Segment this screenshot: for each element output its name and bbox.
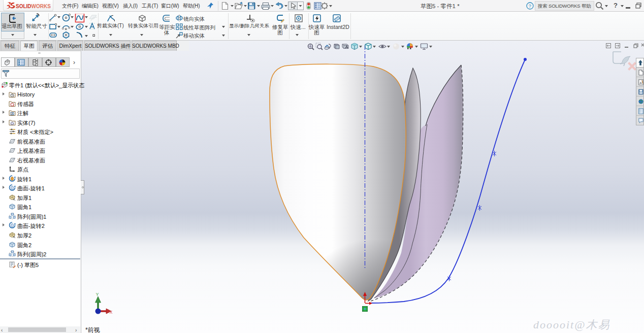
svg-text:SOLIDWORKS: SOLIDWORKS <box>16 4 51 9</box>
svg-text:dooooit@木易: dooooit@木易 <box>533 318 610 331</box>
svg-text:*前视: *前视 <box>85 326 100 333</box>
svg-text:?: ? <box>529 4 531 9</box>
svg-text:Y: Y <box>96 292 99 297</box>
svg-text:A: A <box>11 112 13 115</box>
svg-text:X: X <box>110 310 113 315</box>
